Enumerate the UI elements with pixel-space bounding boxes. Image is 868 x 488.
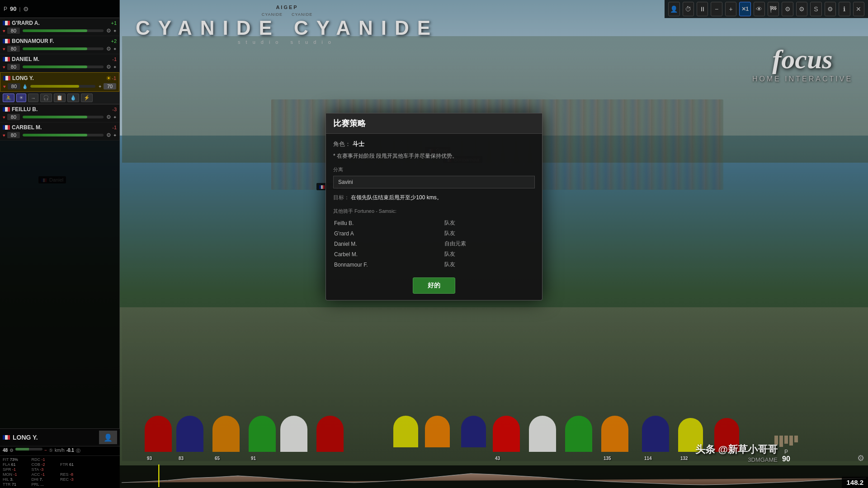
watermark-line2: 3DMGAME <box>695 456 778 463</box>
other-relation-2: 自由元素 <box>444 239 534 249</box>
dialog-others-title: 其他骑手 Fortuneo - Samsic: <box>333 208 535 215</box>
other-name-1: G'rard A <box>334 229 443 238</box>
terrain-svg <box>122 465 866 487</box>
p-label: P <box>784 449 788 455</box>
dialog-goal-text: 在领先队伍结束后甩开至少100 kms。 <box>351 194 442 201</box>
other-relation-4: 队友 <box>444 260 534 269</box>
speed-readout: 148.2 <box>842 477 868 488</box>
dialog-goal-label: 目标： <box>333 194 349 201</box>
dialog-others-table: Feillu B. 队友 G'rard A 队友 Daniel M. 自由元素 … <box>333 217 535 270</box>
dialog-role-value: 斗士 <box>353 141 364 147</box>
terrain-chart <box>120 465 868 488</box>
dialog-role-label: 角色： <box>333 141 351 147</box>
speed-readout-value: 148.2 <box>846 479 863 486</box>
terrain-icons <box>774 436 798 447</box>
dialog-body: 角色： 斗士 * 在赛事开始阶段 段甩开其他车手并尽量保持优势。 分离 Savi… <box>326 134 542 300</box>
strategy-dialog: 比赛策略 角色： 斗士 * 在赛事开始阶段 段甩开其他车手并尽量保持优势。 分离… <box>326 113 542 300</box>
dialog-goal: 目标： 在领先队伍结束后甩开至少100 kms。 <box>333 194 535 202</box>
other-name-2: Daniel M. <box>334 239 443 249</box>
ok-button[interactable]: 好的 <box>413 277 455 294</box>
dialog-title: 比赛策略 <box>326 113 542 134</box>
other-name-3: Carbel M. <box>334 249 443 259</box>
dialog-overlay: 比赛策略 角色： 斗士 * 在赛事开始阶段 段甩开其他车手并尽量保持优势。 分离… <box>0 0 868 488</box>
dialog-description: * 在赛事开始阶段 段甩开其他车手并尽量保持优势。 <box>333 152 535 160</box>
dialog-sep-label: 分离 <box>333 166 535 173</box>
other-relation-1: 队友 <box>444 229 534 238</box>
other-name-0: Feillu B. <box>334 218 443 228</box>
watermark-line1: 头条 @新草小哥哥 <box>695 443 778 456</box>
other-name-4: Bonnamour F. <box>334 260 443 269</box>
dialog-breakaway-name: Savini <box>333 176 535 188</box>
p-value: 90 <box>782 455 790 463</box>
dialog-role: 角色： 斗士 <box>333 140 535 148</box>
table-row: Carbel M. 队友 <box>334 249 534 259</box>
table-row: Daniel M. 自由元素 <box>334 239 534 249</box>
table-row: Bonnamour F. 队友 <box>334 260 534 269</box>
p-indicator-area: P 90 <box>774 436 798 463</box>
other-relation-3: 队友 <box>444 249 534 259</box>
gear-settings-btn[interactable]: ⚙ <box>857 453 864 463</box>
other-relation-0: 队友 <box>444 218 534 228</box>
watermark: 头条 @新草小哥哥 3DMGAME <box>695 443 778 463</box>
table-row: G'rard A 队友 <box>334 229 534 238</box>
table-row: Feillu B. 队友 <box>334 218 534 228</box>
